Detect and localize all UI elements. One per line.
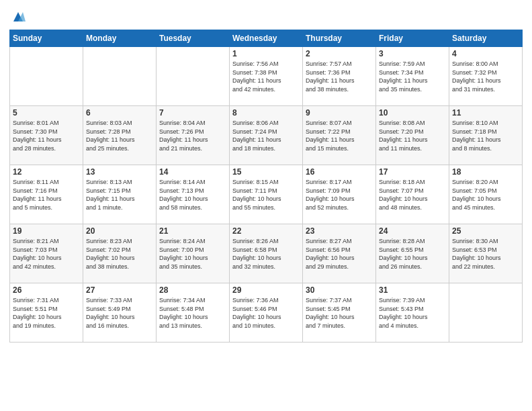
calendar-cell: 28Sunrise: 7:34 AM Sunset: 5:48 PM Dayli…: [157, 283, 230, 342]
calendar-cell: 13Sunrise: 8:13 AM Sunset: 7:15 PM Dayli…: [83, 165, 157, 224]
day-info: Sunrise: 8:11 AM Sunset: 7:16 PM Dayligh…: [13, 178, 80, 212]
day-number: 30: [306, 285, 373, 295]
calendar-cell: [83, 47, 157, 106]
calendar-cell: 3Sunrise: 7:59 AM Sunset: 7:34 PM Daylig…: [376, 47, 449, 106]
header-day-tuesday: Tuesday: [157, 30, 230, 47]
day-info: Sunrise: 7:34 AM Sunset: 5:48 PM Dayligh…: [159, 296, 226, 330]
day-info: Sunrise: 8:14 AM Sunset: 7:13 PM Dayligh…: [159, 178, 226, 212]
calendar-cell: 19Sunrise: 8:21 AM Sunset: 7:03 PM Dayli…: [10, 224, 83, 283]
calendar-cell: 1Sunrise: 7:56 AM Sunset: 7:38 PM Daylig…: [230, 47, 303, 106]
calendar-cell: 31Sunrise: 7:39 AM Sunset: 5:43 PM Dayli…: [376, 283, 449, 342]
day-info: Sunrise: 7:33 AM Sunset: 5:49 PM Dayligh…: [86, 296, 153, 330]
day-number: 26: [13, 285, 80, 295]
calendar-page: SundayMondayTuesdayWednesdayThursdayFrid…: [0, 0, 532, 411]
calendar-cell: 14Sunrise: 8:14 AM Sunset: 7:13 PM Dayli…: [157, 165, 230, 224]
calendar-cell: [157, 47, 230, 106]
calendar-cell: 23Sunrise: 8:27 AM Sunset: 6:56 PM Dayli…: [303, 224, 376, 283]
day-info: Sunrise: 7:57 AM Sunset: 7:36 PM Dayligh…: [306, 60, 373, 93]
day-number: 11: [452, 108, 519, 118]
calendar-cell: 10Sunrise: 8:08 AM Sunset: 7:20 PM Dayli…: [376, 106, 449, 165]
header-day-monday: Monday: [83, 30, 157, 47]
day-info: Sunrise: 8:06 AM Sunset: 7:24 PM Dayligh…: [232, 119, 300, 152]
logo: [9, 9, 26, 24]
day-number: 28: [159, 285, 226, 295]
calendar-cell: 20Sunrise: 8:23 AM Sunset: 7:02 PM Dayli…: [83, 224, 157, 283]
day-info: Sunrise: 8:10 AM Sunset: 7:18 PM Dayligh…: [452, 119, 519, 152]
day-number: 14: [159, 167, 226, 177]
calendar-cell: 6Sunrise: 8:03 AM Sunset: 7:28 PM Daylig…: [83, 106, 157, 165]
calendar-cell: 15Sunrise: 8:15 AM Sunset: 7:11 PM Dayli…: [230, 165, 303, 224]
day-info: Sunrise: 8:28 AM Sunset: 6:55 PM Dayligh…: [379, 237, 446, 271]
day-number: 18: [452, 167, 519, 177]
day-info: Sunrise: 7:39 AM Sunset: 5:43 PM Dayligh…: [379, 296, 446, 330]
calendar-cell: 17Sunrise: 8:18 AM Sunset: 7:07 PM Dayli…: [376, 165, 449, 224]
header-day-saturday: Saturday: [449, 30, 523, 47]
day-info: Sunrise: 8:21 AM Sunset: 7:03 PM Dayligh…: [13, 237, 80, 271]
day-number: 25: [452, 226, 519, 236]
calendar-cell: 4Sunrise: 8:00 AM Sunset: 7:32 PM Daylig…: [449, 47, 523, 106]
day-info: Sunrise: 8:13 AM Sunset: 7:15 PM Dayligh…: [86, 178, 153, 212]
day-info: Sunrise: 8:30 AM Sunset: 6:53 PM Dayligh…: [452, 237, 519, 271]
day-number: 13: [86, 167, 153, 177]
week-row-3: 19Sunrise: 8:21 AM Sunset: 7:03 PM Dayli…: [10, 224, 523, 283]
day-info: Sunrise: 7:59 AM Sunset: 7:34 PM Dayligh…: [379, 60, 446, 93]
day-number: 10: [379, 108, 446, 118]
header: [9, 7, 523, 24]
day-number: 1: [232, 49, 300, 58]
calendar-cell: 2Sunrise: 7:57 AM Sunset: 7:36 PM Daylig…: [303, 47, 376, 106]
day-info: Sunrise: 8:26 AM Sunset: 6:58 PM Dayligh…: [232, 237, 300, 271]
day-info: Sunrise: 8:07 AM Sunset: 7:22 PM Dayligh…: [306, 119, 373, 152]
day-number: 31: [379, 285, 446, 295]
calendar-cell: 9Sunrise: 8:07 AM Sunset: 7:22 PM Daylig…: [303, 106, 376, 165]
day-info: Sunrise: 8:01 AM Sunset: 7:30 PM Dayligh…: [13, 119, 80, 152]
day-info: Sunrise: 8:04 AM Sunset: 7:26 PM Dayligh…: [159, 119, 226, 152]
header-day-friday: Friday: [376, 30, 449, 47]
day-info: Sunrise: 7:56 AM Sunset: 7:38 PM Dayligh…: [232, 60, 300, 93]
calendar-table: SundayMondayTuesdayWednesdayThursdayFrid…: [9, 30, 523, 342]
day-number: 9: [306, 108, 373, 118]
day-number: 24: [379, 226, 446, 236]
day-number: 21: [159, 226, 226, 236]
day-info: Sunrise: 7:37 AM Sunset: 5:45 PM Dayligh…: [306, 296, 373, 330]
day-number: 19: [13, 226, 80, 236]
calendar-cell: 21Sunrise: 8:24 AM Sunset: 7:00 PM Dayli…: [157, 224, 230, 283]
calendar-cell: 11Sunrise: 8:10 AM Sunset: 7:18 PM Dayli…: [449, 106, 523, 165]
calendar-cell: [10, 47, 83, 106]
calendar-cell: 12Sunrise: 8:11 AM Sunset: 7:16 PM Dayli…: [10, 165, 83, 224]
day-info: Sunrise: 8:18 AM Sunset: 7:07 PM Dayligh…: [379, 178, 446, 212]
day-info: Sunrise: 8:23 AM Sunset: 7:02 PM Dayligh…: [86, 237, 153, 271]
day-number: 2: [306, 49, 373, 58]
week-row-1: 5Sunrise: 8:01 AM Sunset: 7:30 PM Daylig…: [10, 106, 523, 165]
calendar-cell: 5Sunrise: 8:01 AM Sunset: 7:30 PM Daylig…: [10, 106, 83, 165]
day-number: 22: [232, 226, 300, 236]
day-number: 3: [379, 49, 446, 58]
day-number: 27: [86, 285, 153, 295]
day-number: 29: [232, 285, 300, 295]
calendar-cell: 26Sunrise: 7:31 AM Sunset: 5:51 PM Dayli…: [10, 283, 83, 342]
day-info: Sunrise: 8:15 AM Sunset: 7:11 PM Dayligh…: [232, 178, 300, 212]
day-number: 4: [452, 49, 519, 58]
day-number: 20: [86, 226, 153, 236]
calendar-cell: 29Sunrise: 7:36 AM Sunset: 5:46 PM Dayli…: [230, 283, 303, 342]
day-number: 5: [13, 108, 80, 118]
day-info: Sunrise: 8:24 AM Sunset: 7:00 PM Dayligh…: [159, 237, 226, 271]
calendar-cell: 25Sunrise: 8:30 AM Sunset: 6:53 PM Dayli…: [449, 224, 523, 283]
day-number: 17: [379, 167, 446, 177]
day-info: Sunrise: 8:00 AM Sunset: 7:32 PM Dayligh…: [452, 60, 519, 93]
day-number: 6: [86, 108, 153, 118]
logo-icon: [11, 9, 26, 24]
week-row-2: 12Sunrise: 8:11 AM Sunset: 7:16 PM Dayli…: [10, 165, 523, 224]
header-day-thursday: Thursday: [303, 30, 376, 47]
day-number: 23: [306, 226, 373, 236]
header-day-sunday: Sunday: [10, 30, 83, 47]
day-number: 8: [232, 108, 300, 118]
day-info: Sunrise: 8:27 AM Sunset: 6:56 PM Dayligh…: [306, 237, 373, 271]
calendar-cell: 22Sunrise: 8:26 AM Sunset: 6:58 PM Dayli…: [230, 224, 303, 283]
calendar-cell: 24Sunrise: 8:28 AM Sunset: 6:55 PM Dayli…: [376, 224, 449, 283]
day-number: 12: [13, 167, 80, 177]
header-day-wednesday: Wednesday: [230, 30, 303, 47]
calendar-cell: 16Sunrise: 8:17 AM Sunset: 7:09 PM Dayli…: [303, 165, 376, 224]
day-number: 16: [306, 167, 373, 177]
day-info: Sunrise: 8:20 AM Sunset: 7:05 PM Dayligh…: [452, 178, 519, 212]
day-number: 7: [159, 108, 226, 118]
